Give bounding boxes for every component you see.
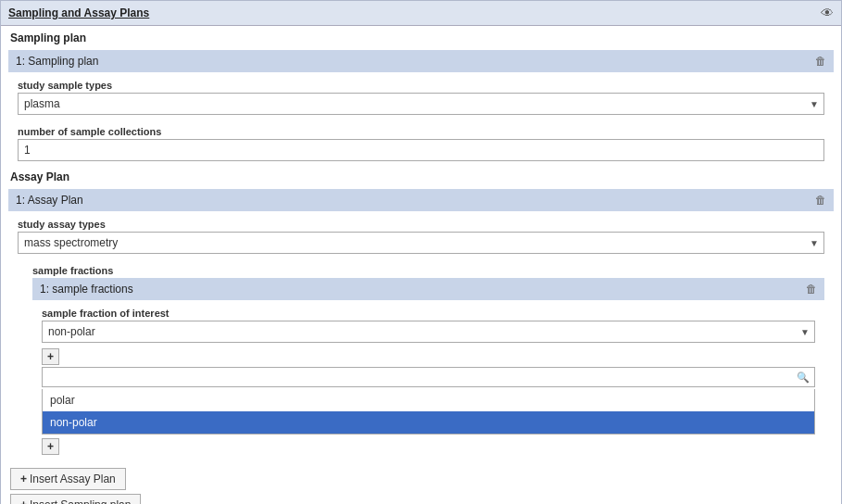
assay-plan-label: Assay Plan xyxy=(1,165,841,189)
num-sample-collections-label: number of sample collections xyxy=(18,122,824,139)
sample-fraction-select[interactable]: polar non-polar xyxy=(42,321,815,343)
sampling-plan-label: Sampling plan xyxy=(1,26,841,50)
study-sample-types-select[interactable]: plasma serum urine blood xyxy=(18,93,824,115)
plus-row-1: + xyxy=(42,348,815,365)
assay-plan-row-title: 1: Assay Plan xyxy=(16,194,83,207)
plus-row-2: + xyxy=(42,438,815,455)
sample-fractions-section: sample fractions 1: sample fractions 🗑 s… xyxy=(16,258,841,462)
eye-icon[interactable]: 👁 xyxy=(821,6,834,20)
dropdown-search-input[interactable] xyxy=(42,367,815,387)
dropdown-list: polar non-polar xyxy=(42,389,815,435)
assay-plan-delete-icon[interactable]: 🗑 xyxy=(815,194,826,207)
sampling-plan-delete-icon[interactable]: 🗑 xyxy=(815,55,826,68)
insert-sampling-plan-wrapper: + Insert Sampling plan xyxy=(1,492,841,504)
search-wrapper: 🔍 xyxy=(42,367,815,387)
sampling-plan-row-header: 1: Sampling plan 🗑 xyxy=(8,50,834,72)
insert-assay-plan-button[interactable]: + Insert Assay Plan xyxy=(10,468,126,490)
dropdown-item-nonpolar[interactable]: non-polar xyxy=(43,411,814,434)
sample-fraction-label: sample fraction of interest xyxy=(42,304,815,321)
sample-fractions-delete-icon[interactable]: 🗑 xyxy=(806,283,817,296)
sample-fractions-row-title: 1: sample fractions xyxy=(40,283,133,296)
dropdown-item-polar[interactable]: polar xyxy=(43,389,814,411)
plus-small-btn-2[interactable]: + xyxy=(42,438,59,455)
study-assay-types-select[interactable]: mass spectrometry NMR spectroscopy DNA m… xyxy=(18,232,824,254)
insert-assay-plan-plus: + xyxy=(20,472,27,485)
insert-sampling-plan-label: Insert Sampling plan xyxy=(30,498,131,504)
section-header: Sampling and Assay Plans 👁 xyxy=(1,1,841,26)
insert-sampling-plan-plus: + xyxy=(20,498,27,504)
plus-small-btn-1[interactable]: + xyxy=(42,348,59,365)
page-title[interactable]: Sampling and Assay Plans xyxy=(8,6,149,19)
num-sample-collections-input[interactable] xyxy=(18,139,824,161)
study-assay-types-label: study assay types xyxy=(18,215,824,232)
study-sample-types-dropdown-wrapper: plasma serum urine blood ▼ xyxy=(18,93,824,115)
study-sample-types-label: study sample types xyxy=(18,76,824,93)
main-container: Sampling and Assay Plans 👁 Sampling plan… xyxy=(0,0,842,504)
study-assay-types-field: study assay types mass spectrometry NMR … xyxy=(1,211,841,258)
sample-fraction-dropdown-wrapper: polar non-polar ▼ xyxy=(42,321,815,343)
sampling-plan-row-title: 1: Sampling plan xyxy=(16,55,98,68)
study-sample-types-field: study sample types plasma serum urine bl… xyxy=(1,72,841,119)
study-assay-types-dropdown-wrapper: mass spectrometry NMR spectroscopy DNA m… xyxy=(18,232,824,254)
insert-assay-plan-wrapper: + Insert Assay Plan xyxy=(1,462,841,492)
assay-plan-row-header: 1: Assay Plan 🗑 xyxy=(8,189,834,211)
sample-fractions-row-header: 1: sample fractions 🗑 xyxy=(32,278,824,300)
search-icon: 🔍 xyxy=(797,372,810,384)
sample-fractions-section-label: sample fractions xyxy=(32,261,824,278)
num-sample-collections-field: number of sample collections xyxy=(1,119,841,165)
sample-fraction-field: sample fraction of interest polar non-po… xyxy=(32,300,824,346)
insert-assay-plan-label: Insert Assay Plan xyxy=(30,472,116,485)
insert-sampling-plan-button[interactable]: + Insert Sampling plan xyxy=(10,494,141,504)
